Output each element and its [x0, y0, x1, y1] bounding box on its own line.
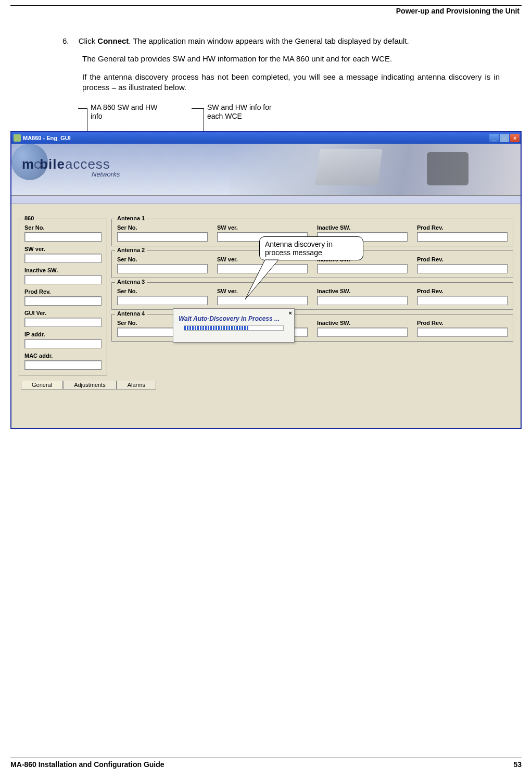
field-label: Prod Rev.: [417, 224, 508, 231]
logo-area: mbileaccess Networks: [22, 156, 120, 178]
ant4-prodrev[interactable]: [417, 328, 508, 337]
page-header: Power-up and Provisioning the Unit: [10, 7, 522, 15]
step-text-suffix: . The application main window appears wi…: [129, 36, 409, 45]
antenna-4-group: Antenna 4 Ser No. SW ver. Inactive SW. P…: [111, 314, 513, 342]
dialog-text: Wait Auto-Discovery in Process ...: [173, 309, 294, 324]
footer-page: 53: [513, 760, 522, 769]
step-text-prefix: Click: [79, 36, 98, 45]
minimize-button[interactable]: _: [489, 134, 499, 142]
ant3-serno[interactable]: [117, 296, 208, 305]
field-label: Inactive SW.: [24, 267, 102, 273]
sw-ver-input[interactable]: [24, 254, 102, 263]
field-label: Ser No.: [117, 224, 208, 231]
progress-bar: [184, 325, 284, 331]
field-label: SW ver.: [24, 246, 102, 252]
discovery-dialog: × Wait Auto-Discovery in Process ...: [173, 308, 295, 343]
annotation-right: SW and HW info for each WCE: [207, 103, 285, 121]
field-label: Ser No.: [117, 288, 208, 294]
ant4-inactive[interactable]: [317, 328, 408, 337]
annotation-left: MA 860 SW and HW info: [91, 103, 158, 121]
window-title: MA860 - Eng_GUI: [23, 135, 71, 141]
para-2: The General tab provides SW and HW infor…: [82, 54, 500, 64]
maximize-button: □: [500, 134, 509, 142]
field-label: Prod Rev.: [417, 256, 508, 262]
app-icon: [14, 134, 21, 142]
field-label: Inactive SW.: [317, 288, 408, 294]
step-number: 6.: [62, 36, 69, 45]
ant2-prodrev[interactable]: [417, 264, 508, 273]
gui-ver-input[interactable]: [24, 318, 102, 327]
antenna-3-legend: Antenna 3: [115, 279, 147, 285]
tab-general[interactable]: General: [21, 381, 63, 390]
tab-alarms[interactable]: Alarms: [117, 381, 156, 390]
ant1-serno[interactable]: [117, 232, 208, 242]
callout-antenna-discovery: Antenna discovery in process message: [259, 236, 363, 260]
field-label: SW ver.: [217, 224, 308, 231]
footer-guide: MA-860 Installation and Configuration Gu…: [10, 760, 164, 769]
field-label: Prod Rev.: [417, 320, 508, 326]
panel-860-legend: 860: [22, 215, 36, 221]
dialog-close-icon[interactable]: ×: [289, 310, 292, 316]
antenna-2-legend: Antenna 2: [115, 247, 147, 253]
field-label: Prod Rev.: [24, 288, 102, 295]
window-titlebar: MA860 - Eng_GUI _ □ ×: [11, 132, 521, 144]
close-button[interactable]: ×: [510, 134, 520, 142]
field-label: Ser No.: [24, 224, 102, 231]
panel-860: 860 Ser No. SW ver. Inactive SW. Prod Re…: [19, 219, 107, 375]
connect-bold: Connect: [97, 36, 129, 45]
field-label: IP addr.: [24, 331, 102, 337]
field-label: MAC addr.: [24, 353, 102, 359]
app-banner: mbileaccess Networks: [11, 144, 521, 196]
antenna-4-legend: Antenna 4: [115, 310, 147, 317]
logo-sub: Networks: [92, 170, 120, 178]
antenna-1-legend: Antenna 1: [115, 215, 147, 221]
ant3-prodrev[interactable]: [417, 296, 508, 305]
svg-marker-0: [245, 260, 278, 299]
ant1-prodrev[interactable]: [417, 232, 508, 242]
mac-addr-input[interactable]: [24, 360, 102, 370]
body-text-block: 6. Click Connect. The application main w…: [62, 36, 500, 93]
tab-adjustments[interactable]: Adjustments: [63, 381, 117, 390]
para-3: If the antenna discovery process has not…: [82, 72, 500, 93]
field-label: Prod Rev.: [417, 288, 508, 294]
field-label: Inactive SW.: [317, 224, 408, 231]
field-label: Ser No.: [117, 256, 208, 262]
ip-addr-input[interactable]: [24, 339, 102, 348]
field-label: GUI Ver.: [24, 310, 102, 316]
ant3-inactive[interactable]: [317, 296, 408, 305]
antenna-3-group: Antenna 3 Ser No. SW ver. Inactive SW. P…: [111, 282, 513, 310]
prod-rev-input[interactable]: [24, 296, 102, 306]
field-label: Inactive SW.: [317, 320, 408, 326]
ant2-serno[interactable]: [117, 264, 208, 273]
ser-no-input[interactable]: [24, 232, 102, 242]
inactive-sw-input[interactable]: [24, 275, 102, 284]
ant2-inactive[interactable]: [317, 264, 408, 273]
